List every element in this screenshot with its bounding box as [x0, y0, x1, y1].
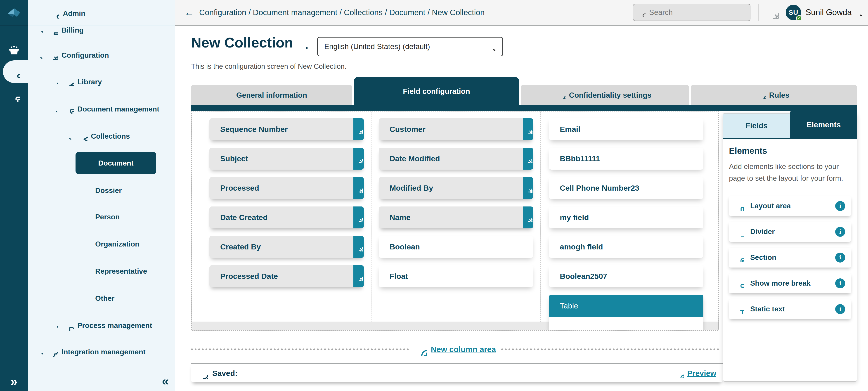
plus-circle-icon: [414, 343, 427, 356]
active-tab-strip: [191, 106, 857, 111]
sidebar-item-integration-management[interactable]: Integration management: [28, 340, 175, 363]
page-subtitle: This is the configuration screen of New …: [191, 62, 347, 70]
field-card[interactable]: Email: [549, 118, 704, 140]
rail-separator: [0, 25, 28, 26]
documents-rail-icon[interactable]: [0, 90, 28, 102]
field-settings-tab[interactable]: [353, 177, 364, 199]
sidebar-item-process-management[interactable]: Process management: [28, 314, 175, 337]
divider-icon: [735, 227, 744, 237]
info-icon[interactable]: i: [835, 252, 845, 263]
field-card[interactable]: BBbb11111: [549, 148, 704, 170]
sidebar-item-document[interactable]: Document: [28, 152, 175, 175]
sidebar-tree: Billing Configuration Library Document m…: [28, 26, 175, 391]
search-box[interactable]: [633, 4, 750, 21]
sidebar-item-other[interactable]: Other: [28, 287, 175, 309]
saved-status: Saved:: [197, 368, 238, 379]
status-badge: ✓: [796, 15, 802, 21]
field-card[interactable]: Boolean2507: [549, 265, 704, 287]
field-card[interactable]: Cell Phone Number23: [549, 177, 704, 199]
products-icon[interactable]: [0, 44, 28, 56]
field-card[interactable]: Name: [379, 207, 533, 229]
sidebar-item-dossier[interactable]: Dossier: [28, 179, 175, 202]
show-more-break-icon: [735, 279, 744, 288]
panel-tabs: Fields Elements: [723, 114, 857, 139]
field-settings-tab[interactable]: [353, 207, 364, 229]
field-settings-tab[interactable]: [523, 118, 533, 140]
sidebar-item-representative[interactable]: Representative: [28, 260, 175, 282]
topbar: ← Configuration / Document management / …: [175, 0, 868, 26]
field-card[interactable]: Customer: [379, 118, 533, 140]
field-settings-tab[interactable]: [353, 265, 364, 287]
avatar[interactable]: SU ✓: [786, 5, 801, 20]
sidebar-item-configuration[interactable]: Configuration: [28, 44, 175, 66]
autosave-timer-icon: [197, 368, 208, 379]
field-settings-tab[interactable]: [353, 236, 364, 258]
tab-general-information[interactable]: General information: [191, 85, 352, 106]
language-select[interactable]: English (United States) (default): [317, 37, 503, 56]
search-icon: [638, 8, 646, 17]
element-static-text[interactable]: Static text i: [729, 299, 851, 319]
expand-rail-icon[interactable]: »: [0, 375, 28, 388]
info-icon[interactable]: i: [835, 304, 845, 314]
column-separator: [540, 112, 541, 330]
gear-icon[interactable]: [766, 6, 779, 19]
field-card-table-selected[interactable]: Table: [549, 295, 704, 331]
field-card[interactable]: Subject: [209, 148, 364, 170]
collapse-sidebar-icon[interactable]: «: [162, 375, 169, 387]
field-card[interactable]: Boolean: [379, 236, 533, 258]
app-logo-icon[interactable]: [0, 6, 28, 20]
sidebar-item-admin[interactable]: Admin: [28, 2, 175, 25]
search-input[interactable]: [649, 8, 745, 17]
language-select-value: English (United States) (default): [324, 42, 430, 51]
new-column-area-button[interactable]: New column area: [414, 343, 496, 356]
tab-field-configuration[interactable]: Field configuration: [354, 77, 519, 106]
static-text-icon: [735, 304, 744, 314]
field-card[interactable]: Processed Date: [209, 265, 364, 287]
sidebar-item-organization[interactable]: Organization: [28, 233, 175, 255]
preview-link[interactable]: Preview: [675, 369, 716, 378]
field-settings-tab[interactable]: [353, 118, 364, 140]
field-card[interactable]: Processed: [209, 177, 364, 199]
field-card[interactable]: Date Created: [209, 207, 364, 229]
user-menu-chevron-icon[interactable]: [855, 8, 863, 16]
sidebar-item-library[interactable]: Library: [28, 70, 175, 93]
panel-tab-elements[interactable]: Elements: [790, 110, 857, 139]
field-card[interactable]: Sequence Number: [209, 118, 364, 140]
selected-nav-pill[interactable]: Document: [75, 152, 156, 174]
dotted-line: [191, 349, 409, 350]
dotted-line: [501, 349, 719, 350]
field-card[interactable]: Float: [379, 265, 533, 287]
info-icon[interactable]: i: [835, 201, 845, 211]
field-settings-tab[interactable]: [523, 207, 533, 229]
sidebar-item-document-management[interactable]: Document management: [28, 98, 175, 120]
sidebar-item-person[interactable]: Person: [28, 206, 175, 228]
element-section[interactable]: Section i: [729, 248, 851, 268]
new-column-row: New column area: [191, 338, 719, 360]
element-layout-area[interactable]: Layout area i: [729, 196, 851, 216]
sidebar-item-collections[interactable]: Collections: [28, 125, 175, 147]
breadcrumb: ← Configuration / Document management / …: [184, 7, 485, 18]
field-settings-tab[interactable]: [353, 148, 364, 170]
field-settings-tab[interactable]: [523, 148, 533, 170]
tab-confidentiality-settings[interactable]: Confidentiality settings: [521, 85, 689, 106]
column-separator: [371, 112, 371, 330]
app-window: » Admin Billing Configuration: [0, 0, 868, 391]
admin-rail-icon[interactable]: [0, 66, 28, 78]
field-settings-tab[interactable]: [523, 177, 533, 199]
back-arrow-icon[interactable]: ←: [184, 7, 194, 18]
element-show-more-break[interactable]: Show more break i: [729, 273, 851, 293]
field-card[interactable]: my field: [549, 207, 704, 229]
info-icon[interactable]: i: [835, 278, 845, 288]
info-icon[interactable]: i: [835, 227, 845, 237]
panel-tab-fields[interactable]: Fields: [723, 114, 790, 138]
field-card[interactable]: amogh field: [549, 236, 704, 258]
element-divider[interactable]: Divider i: [729, 222, 851, 242]
canvas-footer: Saved: Preview: [191, 363, 723, 383]
breadcrumb-text: Configuration / Document management / Co…: [199, 8, 485, 17]
page-title: New Collection: [191, 34, 293, 51]
tab-rules[interactable]: Rules: [691, 85, 857, 106]
field-card[interactable]: Modified By: [379, 177, 533, 199]
field-card[interactable]: Date Modified: [379, 148, 533, 170]
field-card[interactable]: Created By: [209, 236, 364, 258]
sidebar-item-billing[interactable]: Billing: [28, 26, 175, 41]
